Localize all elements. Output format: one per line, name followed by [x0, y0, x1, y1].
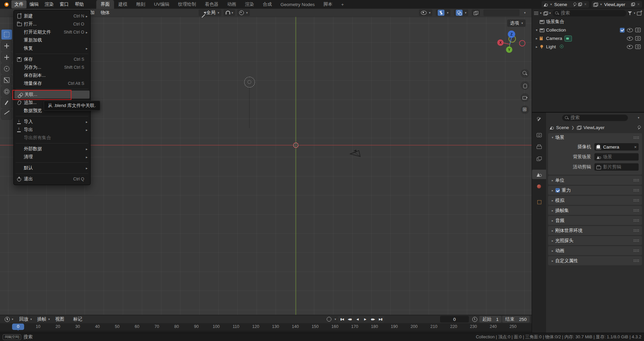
collapsed-panel-header[interactable]: ▸ 光照探头 [548, 236, 642, 245]
perspective-toggle-button[interactable] [521, 105, 529, 114]
viewlayer-selector[interactable]: ▾ ViewLayer × [592, 1, 642, 8]
panel-checkbox[interactable] [555, 188, 560, 192]
file-menu-item[interactable]: 清理 ▸ [14, 153, 90, 161]
tool-button[interactable] [1, 87, 12, 97]
file-menu-item[interactable]: ▸ [14, 161, 90, 164]
file-menu-item[interactable]: 增量保存 Ctrl Alt S ▸ [14, 79, 90, 88]
tool-button[interactable] [1, 41, 12, 51]
viewport-options-dropdown[interactable]: 选项 ▾ [507, 19, 526, 27]
current-frame-field[interactable]: 0 [440, 316, 469, 323]
navigation-gizmo[interactable]: Z X Y [496, 30, 531, 58]
shading-mode-button[interactable] [510, 9, 519, 16]
outliner-row[interactable]: ▾ Collection [532, 26, 644, 34]
transform-orientation-dropdown[interactable]: 全局 ▾ [199, 9, 221, 16]
workspace-tab[interactable]: 着色器 [201, 0, 223, 9]
collapsed-panel-header[interactable]: ▸ 插帧集 [548, 206, 642, 215]
drag-handle[interactable] [633, 249, 639, 252]
file-menu-item[interactable]: 保存副本... ▸ [14, 71, 90, 79]
properties-tab[interactable] [532, 115, 546, 124]
file-menu-item[interactable]: 保存 Ctrl S ▸ [14, 55, 90, 63]
object-menu[interactable]: 物体 [98, 10, 113, 16]
file-menu-item[interactable]: 打开... Ctrl O ▸ [14, 20, 90, 28]
chevron-down-icon[interactable]: ▾ [638, 116, 639, 119]
shading-mode-button[interactable] [501, 9, 510, 16]
outliner-item-label[interactable]: Light [546, 44, 556, 49]
timeline-menu[interactable]: 回放▾ [17, 316, 35, 322]
field-input[interactable]: Camera × [594, 143, 639, 151]
collection-checkbox[interactable] [620, 28, 625, 33]
playback-button[interactable]: ▶▮ [377, 316, 384, 323]
gizmos-dropdown[interactable]: ▾ [436, 9, 450, 16]
expand-caret-icon[interactable]: ▸ [534, 45, 539, 49]
file-menu-item[interactable]: ▸ [14, 115, 90, 118]
copy-icon[interactable] [578, 2, 582, 6]
collapsed-panel-header[interactable]: ▸ 音频 [548, 216, 642, 225]
timeline-menu[interactable]: 插帧▾ [35, 316, 53, 322]
file-menu-item[interactable]: 导出所有集合 ▸ [14, 134, 90, 142]
close-icon[interactable]: × [584, 2, 587, 7]
hide-eye-toggle[interactable] [627, 28, 633, 32]
file-menu-item[interactable]: 关联... ▸ [14, 91, 90, 99]
visibility-dropdown[interactable]: ▾ [419, 9, 433, 16]
hide-eye-toggle[interactable] [627, 45, 633, 49]
workspace-tab[interactable]: 雕刻 [132, 0, 150, 9]
workspace-tab[interactable]: 界面 [96, 0, 114, 9]
playhead[interactable]: 0 [12, 324, 24, 330]
field-input[interactable]: 场景 × [594, 153, 639, 161]
outliner-item-label[interactable]: 场景集合 [546, 19, 564, 25]
collapsed-panel-header[interactable]: ▸ 模拟 [548, 196, 642, 205]
timeline-ruler[interactable]: 0102030405060708090100110120130140150160… [0, 323, 532, 331]
outliner-search-input[interactable]: 搜索 [552, 10, 626, 16]
tool-button[interactable] [1, 30, 12, 40]
drag-handle[interactable] [633, 219, 639, 222]
drag-handle[interactable] [633, 179, 639, 182]
outliner-row[interactable]: ▸ Light [532, 43, 644, 51]
data-badge-icon[interactable] [565, 36, 572, 41]
filter-dropdown[interactable]: ▾ [628, 11, 635, 15]
tool-button[interactable] [1, 75, 12, 85]
frame-end-field[interactable]: 结束 250 [502, 316, 530, 323]
workspace-tab[interactable]: UV编辑 [150, 0, 174, 9]
close-icon[interactable]: × [637, 2, 640, 7]
clear-field-icon[interactable]: × [634, 145, 637, 150]
scene-panel-header[interactable]: ▾ 场景 [548, 133, 642, 142]
playback-button[interactable]: ◀◆ [346, 316, 354, 323]
pin-icon[interactable] [637, 125, 641, 129]
file-menu-item[interactable]: 退出 Ctrl Q ▸ [14, 175, 90, 183]
pin-icon[interactable] [573, 2, 576, 6]
camera-view-button[interactable] [521, 93, 529, 102]
properties-search-input[interactable]: 搜索 [562, 115, 628, 121]
camera-object[interactable] [349, 148, 363, 159]
outliner-item-label[interactable]: Collection [546, 27, 566, 33]
breadcrumb-viewlayer[interactable]: ViewLayer [584, 125, 605, 130]
file-menu-item[interactable]: ▸ [14, 52, 90, 55]
workspace-tab[interactable]: 建模 [114, 0, 132, 9]
zoom-button[interactable] [521, 69, 529, 78]
tool-button[interactable] [1, 52, 12, 62]
playback-button[interactable]: ▮◀ [338, 316, 346, 323]
light-object[interactable] [244, 77, 255, 88]
overlays-toggle[interactable] [456, 10, 463, 16]
file-menu-item[interactable]: 默认 ▸ [14, 164, 90, 172]
timeline-menu[interactable]: 标记▾ [70, 316, 89, 322]
playback-button[interactable]: ◆▶ [369, 316, 377, 323]
collapsed-panel-header[interactable]: ▸ 刚体世界环境 [548, 226, 642, 235]
file-menu-item[interactable]: 打开近期文件 Shift Ctrl O ▸ [14, 28, 90, 36]
topbar-menu[interactable]: 窗口 [57, 0, 72, 8]
field-input[interactable]: 影片剪辑 × [594, 163, 639, 171]
file-menu-item[interactable]: ▸ [14, 142, 90, 145]
overlays-dropdown[interactable]: ▾ [454, 9, 469, 16]
collapsed-panel-header[interactable]: ▸ 重力 [548, 186, 642, 195]
xray-toggle[interactable] [472, 9, 480, 16]
pan-button[interactable] [521, 81, 529, 90]
outliner-row[interactable]: 场景集合 [532, 17, 644, 26]
collapsed-panel-header[interactable]: ▸ 自定义属性 [548, 256, 642, 265]
data-badge-icon[interactable] [558, 44, 565, 50]
drag-handle[interactable] [633, 136, 639, 139]
tool-button[interactable] [1, 98, 12, 108]
file-menu-item[interactable]: 另存为... Shift Ctrl S ▸ [14, 63, 90, 71]
properties-tab[interactable] [532, 142, 546, 152]
shading-mode-button[interactable] [493, 9, 501, 16]
drag-handle[interactable] [633, 259, 639, 262]
auto-keying-toggle[interactable] [327, 317, 331, 322]
